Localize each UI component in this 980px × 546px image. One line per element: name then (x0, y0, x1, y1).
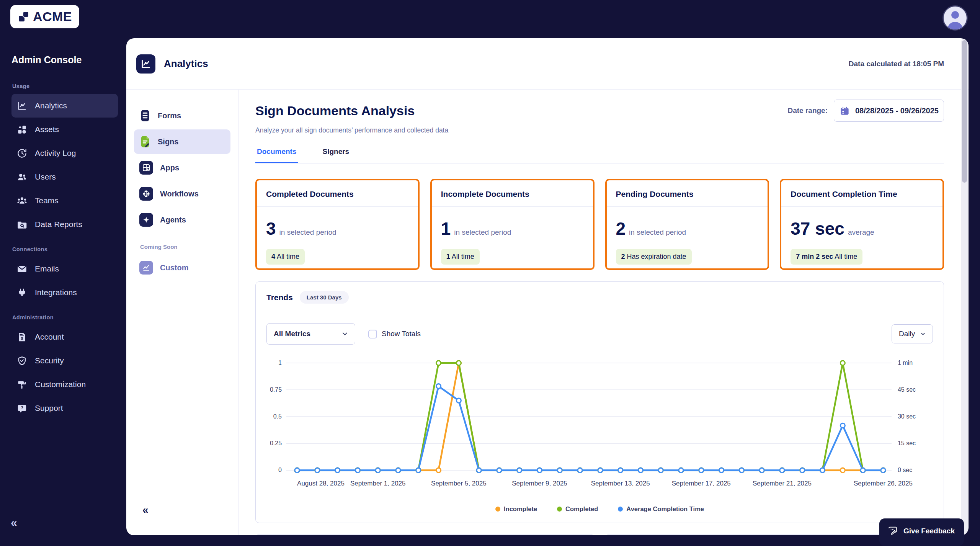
workflow-icon (139, 187, 153, 201)
date-range-picker[interactable]: 08/28/2025 - 09/26/2025 (834, 100, 944, 122)
subnav-item-label: Forms (158, 111, 181, 120)
show-totals-toggle[interactable]: Show Totals (368, 330, 421, 338)
svg-text:September 21, 2025: September 21, 2025 (753, 480, 812, 487)
stat-card-title: Pending Documents (607, 180, 768, 207)
svg-text:September 5, 2025: September 5, 2025 (431, 480, 487, 487)
svg-text:45 sec: 45 sec (898, 386, 916, 393)
subnav-item-label: Apps (160, 163, 179, 172)
sidebar-item-account[interactable]: $ Account (11, 325, 118, 349)
chart-legend: IncompleteCompletedAverage Completion Ti… (256, 502, 944, 523)
legend-dot-icon (618, 507, 623, 512)
sidebar-title: Admin Console (11, 54, 118, 65)
svg-text:September 9, 2025: September 9, 2025 (512, 480, 567, 487)
sidebar-item-label: Assets (35, 125, 59, 134)
sidebar-item-label: Analytics (35, 101, 67, 110)
apps-grid-icon (139, 161, 153, 175)
sidebar-item-teams[interactable]: Teams (11, 189, 118, 213)
sidebar-item-security[interactable]: Security (11, 349, 118, 373)
stat-badge: 1 All time (441, 249, 480, 265)
subnav-item-agents[interactable]: Agents (134, 208, 230, 232)
stat-badge: 4 All time (266, 249, 305, 265)
stat-badge: 2 Has expiration date (616, 249, 692, 265)
svg-text:0 sec: 0 sec (898, 467, 912, 473)
legend-item[interactable]: Average Completion Time (618, 505, 704, 513)
user-avatar[interactable] (942, 5, 968, 31)
subnav-item-signs[interactable]: Signs (134, 129, 230, 154)
panel-title: Analytics (164, 58, 208, 70)
date-range-label: Date range: (787, 106, 828, 115)
trends-chart: 00 sec0.2515 sec0.530 sec0.7545 sec11 mi… (256, 348, 944, 502)
sidebar-collapse-button[interactable]: « (11, 517, 17, 528)
sidebar-section-administration: Administration (12, 314, 118, 320)
sidebar-item-label: Customization (35, 380, 86, 389)
legend-label: Average Completion Time (626, 505, 704, 513)
subnav-item-forms[interactable]: Forms (134, 103, 230, 128)
sidebar-item-integrations[interactable]: Integrations (11, 281, 118, 304)
stat-card-completed-documents: Completed Documents 3in selected period … (255, 179, 420, 270)
trends-line-chart: 00 sec0.2515 sec0.530 sec0.7545 sec11 mi… (266, 352, 933, 501)
svg-text:September 17, 2025: September 17, 2025 (672, 480, 731, 487)
subnav-item-workflows[interactable]: Workflows (134, 181, 230, 206)
plug-icon (17, 288, 27, 298)
feedback-chat-pencil-icon (888, 526, 898, 536)
give-feedback-label: Give Feedback (903, 527, 955, 535)
subnav-item-label: Workflows (160, 190, 199, 198)
give-feedback-button[interactable]: Give Feedback (879, 518, 964, 546)
sidebar-item-customization[interactable]: Customization (11, 373, 118, 396)
tab-signers[interactable]: Signers (321, 147, 351, 163)
sidebar-item-support[interactable]: ? Support (11, 396, 118, 420)
svg-text:September 13, 2025: September 13, 2025 (591, 480, 650, 487)
panel-scrollbar[interactable] (961, 38, 968, 535)
sidebar-item-activity-log[interactable]: Activity Log (11, 141, 118, 165)
svg-text:September 1, 2025: September 1, 2025 (350, 480, 406, 487)
interval-select[interactable]: Daily (892, 324, 933, 343)
trends-title: Trends (266, 293, 293, 302)
svg-text:1 min: 1 min (898, 360, 913, 366)
brand-logo-text: ACME (33, 9, 72, 24)
subnav-item-apps[interactable]: Apps (134, 155, 230, 180)
sidebar-item-label: Data Reports (35, 220, 82, 229)
legend-dot-icon (557, 507, 562, 512)
stat-value: 37 sec (791, 219, 844, 239)
sidebar-item-label: Activity Log (35, 149, 76, 158)
subnav-collapse-button[interactable]: « (142, 505, 149, 515)
interval-select-value: Daily (899, 330, 915, 338)
sidebar-section-connections: Connections (12, 246, 118, 252)
sidebar-item-analytics[interactable]: Analytics (11, 94, 118, 118)
legend-label: Completed (565, 505, 598, 513)
page-subtitle: Analyze your all sign documents’ perform… (255, 126, 944, 134)
panel-scrollbar-thumb[interactable] (962, 40, 967, 183)
legend-item[interactable]: Completed (557, 505, 598, 513)
below-fold-card (255, 534, 595, 535)
sidebar-item-data-reports[interactable]: Data Reports (11, 213, 118, 236)
analytics-app-icon (136, 54, 155, 74)
subnav-item-label: Agents (160, 216, 186, 224)
show-totals-label: Show Totals (382, 330, 421, 338)
svg-text:30 sec: 30 sec (898, 413, 916, 420)
sidebar-item-label: Integrations (35, 288, 77, 297)
subnav-item-custom[interactable]: Custom (134, 255, 230, 280)
brand-logo[interactable]: ACME (10, 5, 79, 28)
sidebar-item-assets[interactable]: Assets (11, 118, 118, 141)
svg-text:1: 1 (278, 360, 282, 366)
shapes-grid-icon (17, 124, 27, 135)
tab-documents[interactable]: Documents (255, 147, 298, 163)
page-title: Sign Documents Analysis (255, 103, 415, 118)
form-doc-icon (139, 109, 151, 122)
teams-icon (17, 196, 27, 206)
sidebar-item-users[interactable]: Users (11, 165, 118, 189)
sidebar-item-label: Emails (35, 264, 59, 273)
custom-chart-icon (139, 261, 153, 275)
stat-value-suffix: in selected period (279, 228, 336, 236)
stat-card-title: Incomplete Documents (432, 180, 593, 207)
brand-logo-icon (18, 11, 29, 23)
legend-item[interactable]: Incomplete (495, 505, 537, 513)
metrics-select[interactable]: All Metrics (266, 323, 355, 345)
show-totals-checkbox[interactable] (368, 330, 377, 338)
sidebar-item-label: Support (35, 404, 63, 413)
envelope-icon (17, 264, 27, 274)
svg-text:September 26, 2025: September 26, 2025 (854, 480, 913, 487)
folder-search-icon (17, 219, 27, 230)
trends-card: Trends Last 30 Days All Metrics Show Tot… (255, 281, 944, 523)
sidebar-item-emails[interactable]: Emails (11, 257, 118, 281)
